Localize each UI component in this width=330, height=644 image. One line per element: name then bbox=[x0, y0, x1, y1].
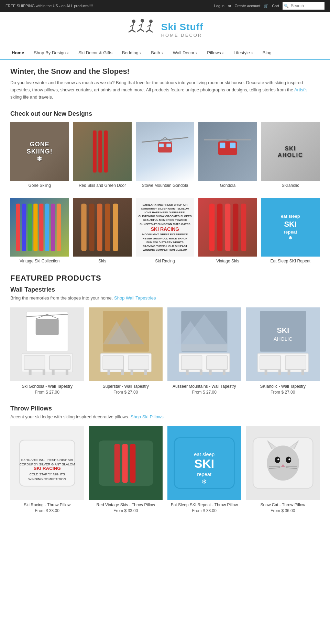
chevron-down-icon: ▾ bbox=[251, 52, 253, 55]
svg-rect-106 bbox=[130, 444, 135, 483]
design-stowe-gondola[interactable]: Stowe Mountain Gondola bbox=[136, 122, 194, 188]
tapestry-skiaholic-price: From $ 27.00 bbox=[246, 390, 320, 395]
design-vintage-skis-img bbox=[198, 198, 257, 257]
svg-point-0 bbox=[132, 20, 135, 23]
pillow-ski-racing-name: Ski Racing - Throw Pillow bbox=[10, 502, 84, 507]
artist-link[interactable]: Artist's bbox=[294, 87, 308, 92]
ski-racing-text: EXHILARATING FRESH CRISP AIR CORDUROY SI… bbox=[137, 202, 193, 253]
pillow-eat-sleep-ski-name: Eat Sleep SKI Repeat - Throw Pillow bbox=[167, 502, 241, 507]
svg-rect-39 bbox=[89, 204, 94, 251]
tapestry-ausseer-img bbox=[167, 307, 241, 381]
cart-link[interactable]: Cart bbox=[272, 4, 279, 8]
logo-area: Ski Stuff HOME DECOR bbox=[127, 18, 204, 42]
tapestry-superstar-name: Superstar - Wall Tapestry bbox=[89, 384, 163, 389]
svg-text:EXHILARATING FRESH CRISP AIR: EXHILARATING FRESH CRISP AIR bbox=[21, 458, 73, 461]
svg-text:SKI RACING: SKI RACING bbox=[34, 466, 61, 471]
tap-superstar-svg bbox=[89, 307, 163, 381]
tapestry-ski-gondola-img bbox=[10, 307, 84, 381]
svg-rect-105 bbox=[122, 444, 128, 483]
nav-link-bath[interactable]: Bath ▾ bbox=[146, 46, 168, 59]
design-gone-skiing[interactable]: GONESKIING!❄ Gone Skiing bbox=[10, 122, 69, 188]
design-eat-sleep-ski[interactable]: eat sleepSKIrepeat❄ Eat Sleep SKI Repeat bbox=[261, 198, 320, 263]
nav-link-home[interactable]: Home bbox=[7, 46, 29, 59]
svg-rect-87 bbox=[285, 356, 306, 370]
svg-rect-64 bbox=[128, 356, 148, 370]
design-red-skis-green-door[interactable]: Red Skis and Green Door bbox=[73, 122, 131, 188]
nav-link-ski-decor[interactable]: Ski Decor & Gifts bbox=[74, 46, 117, 59]
login-link[interactable]: Log in bbox=[214, 4, 224, 8]
pil-racing-svg: EXHILARATING FRESH CRISP AIR CORDUROY SI… bbox=[10, 426, 84, 500]
pillow-snow-cat-price: From $ 36.00 bbox=[246, 508, 320, 513]
top-bar: FREE SHIPPING within the US - on ALL pro… bbox=[0, 0, 330, 12]
pillow-red-vintage-skis-img bbox=[89, 426, 163, 500]
svg-rect-16 bbox=[99, 131, 102, 173]
top-bar-right: Log in or Create account 🛒 Cart 🔍 bbox=[214, 2, 324, 10]
svg-line-4 bbox=[132, 30, 135, 32]
svg-rect-52 bbox=[29, 370, 32, 375]
svg-rect-53 bbox=[43, 370, 45, 375]
svg-point-121 bbox=[286, 456, 291, 463]
brand-name: Ski Stuff bbox=[161, 22, 204, 33]
design-vintage-skis[interactable]: Vintage Skis bbox=[198, 198, 257, 263]
pillow-ski-racing[interactable]: EXHILARATING FRESH CRISP AIR CORDUROY SI… bbox=[10, 426, 84, 513]
nav-link-wall-decor[interactable]: Wall Decor ▾ bbox=[168, 46, 202, 59]
svg-rect-55 bbox=[66, 370, 68, 375]
chevron-down-icon: ▾ bbox=[140, 52, 141, 55]
svg-rect-35 bbox=[45, 204, 49, 251]
designs-row-1: GONESKIING!❄ Gone Skiing Red Skis and Gr… bbox=[10, 122, 320, 188]
svg-point-115 bbox=[267, 445, 299, 481]
header: Ski Stuff HOME DECOR bbox=[0, 12, 330, 46]
design-eat-sleep-img: eat sleepSKIrepeat❄ bbox=[261, 198, 320, 257]
tapestry-skiaholic[interactable]: SKI AHOLIC SKIaholic - Wall Tapestry Fro… bbox=[246, 307, 320, 395]
design-vintage-ski-collection-label: Vintage Ski Collection bbox=[10, 259, 69, 263]
design-skiaholic[interactable]: SKIAHOLIC SKIaholic bbox=[261, 122, 320, 188]
pillow-eat-sleep-ski[interactable]: eat sleep SKI repeat ❄ Eat Sleep SKI Rep… bbox=[167, 426, 241, 513]
svg-rect-34 bbox=[39, 204, 43, 251]
featured-section: FEATURED PRODUCTS Wall Tapestries Bring … bbox=[10, 274, 320, 513]
tapestry-skiaholic-img: SKI AHOLIC bbox=[246, 307, 320, 381]
tapestry-superstar-img bbox=[89, 307, 163, 381]
svg-rect-23 bbox=[166, 144, 171, 147]
nav-link-bedding[interactable]: Bedding ▾ bbox=[117, 46, 146, 59]
svg-rect-22 bbox=[159, 144, 164, 147]
shop-tapestries-link[interactable]: Shop Wall Tapestries bbox=[114, 295, 156, 301]
svg-rect-89 bbox=[278, 370, 281, 375]
design-gondola[interactable]: Gondola bbox=[198, 122, 257, 188]
tapestry-superstar[interactable]: Superstar - Wall Tapestry From $ 27.00 bbox=[89, 307, 163, 395]
svg-rect-76 bbox=[186, 370, 189, 375]
stowe-svg bbox=[142, 128, 188, 175]
nav-link-lifestyle[interactable]: Lifestyle ▾ bbox=[229, 46, 257, 59]
svg-text:SKI: SKI bbox=[194, 456, 214, 470]
create-account-link[interactable]: Create account bbox=[235, 4, 261, 8]
search-input[interactable] bbox=[289, 3, 323, 9]
tapestries-desc: Bring the memories from the slopes into … bbox=[10, 295, 320, 301]
pillow-red-vintage-skis[interactable]: Red Vintage Skis - Throw Pillow From $ 3… bbox=[89, 426, 163, 513]
design-ski-racing[interactable]: EXHILARATING FRESH CRISP AIR CORDUROY SI… bbox=[136, 198, 194, 263]
design-skis[interactable]: Skis bbox=[73, 198, 131, 263]
tapestry-ski-gondola-price: From $ 27.00 bbox=[10, 390, 84, 395]
svg-point-123 bbox=[288, 459, 290, 460]
nav-link-pillows[interactable]: Pillows ▾ bbox=[202, 46, 229, 59]
nav-item-shop-by-design: Shop By Design ▾ bbox=[29, 46, 74, 59]
design-stowe-label: Stowe Mountain Gondola bbox=[136, 183, 194, 188]
svg-text:COLD STARRY NIGHTS: COLD STARRY NIGHTS bbox=[29, 473, 65, 476]
nav-link-blog[interactable]: Blog bbox=[258, 46, 276, 59]
or-label: or bbox=[228, 4, 231, 8]
svg-rect-42 bbox=[113, 204, 118, 251]
tapestry-ausseer[interactable]: Ausseer Mountains - Wall Tapestry From $… bbox=[167, 307, 241, 395]
design-vintage-ski-collection[interactable]: Vintage Ski Collection bbox=[10, 198, 69, 263]
design-vintage-ski-collection-img bbox=[10, 198, 69, 257]
hero-title: Winter, the Snow and the Slopes! bbox=[10, 67, 320, 76]
pillow-snow-cat[interactable]: Snow Cat - Throw Pillow From $ 36.00 bbox=[246, 426, 320, 513]
hero-text: Do you love winter and the snow as much … bbox=[10, 79, 320, 101]
red-skis-svg bbox=[85, 128, 120, 175]
nav-link-shop-by-design[interactable]: Shop By Design ▾ bbox=[29, 46, 74, 59]
tapestries-desc-text: Bring the memories from the slopes into … bbox=[10, 295, 113, 301]
svg-rect-88 bbox=[264, 370, 267, 375]
tapestry-ski-gondola[interactable]: Ski Gondola - Wall Tapestry From $ 27.00 bbox=[10, 307, 84, 395]
vintage-coll-svg bbox=[13, 201, 66, 253]
shop-pillows-link[interactable]: Shop Ski Pillows bbox=[131, 414, 164, 419]
svg-rect-44 bbox=[217, 204, 222, 251]
svg-line-13 bbox=[146, 30, 149, 32]
nav-item-lifestyle: Lifestyle ▾ bbox=[229, 46, 257, 59]
